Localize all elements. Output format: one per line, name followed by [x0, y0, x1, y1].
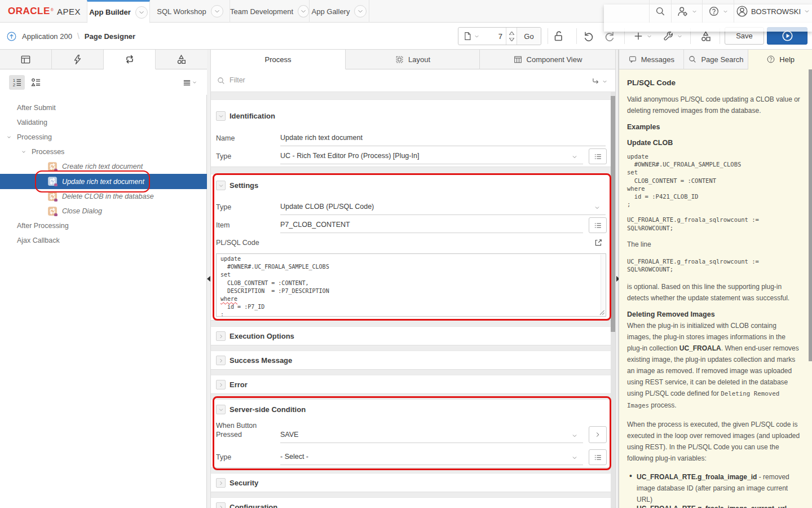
identification-type-select[interactable]: UC - Rich Text Editor Pro (Process) [Plu…	[280, 149, 583, 164]
center-scrollbar[interactable]	[611, 92, 615, 508]
textarea-scrollbar[interactable]	[601, 255, 605, 316]
tree-node-after-processing[interactable]: After Processing	[0, 218, 207, 233]
help-menu-button[interactable]	[702, 0, 734, 23]
expand-section-button[interactable]	[216, 502, 226, 508]
tree-node-ajax-callback[interactable]: Ajax Callback	[0, 233, 207, 248]
field-label-name: Name	[216, 134, 235, 143]
chevron-right-icon	[218, 504, 224, 508]
code-editor-popout-icon[interactable]	[593, 238, 603, 248]
tree-node-validating[interactable]: Validating	[0, 115, 207, 130]
numbered-list-icon	[11, 77, 23, 88]
oracle-wordmark: ORACLE	[8, 6, 50, 17]
tab-rendering[interactable]	[0, 50, 52, 69]
filter-input[interactable]: Filter	[230, 76, 245, 84]
team-development-menu-button[interactable]	[298, 5, 309, 17]
tab-layout[interactable]: Layout	[346, 50, 480, 69]
center-scrollbar-thumb[interactable]	[611, 96, 615, 332]
order-by-execution-button[interactable]	[9, 75, 25, 90]
undo-icon[interactable]	[582, 29, 595, 43]
page-finder-button[interactable]	[458, 28, 474, 45]
left-splitter[interactable]	[207, 50, 211, 508]
center-tabs: Process Layout Component View	[211, 50, 615, 69]
tab-process[interactable]: Process	[211, 50, 346, 69]
toolbar-separator	[576, 28, 577, 44]
when-button-pressed-select[interactable]: SAVE	[280, 428, 583, 443]
tab-messages[interactable]: Messages	[619, 50, 684, 69]
help-scrollbar[interactable]	[809, 69, 812, 508]
spin-down-icon[interactable]	[509, 38, 514, 41]
tree-node-delete-clob[interactable]: Delete CLOB in the database	[0, 189, 207, 204]
collapse-left-arrow-icon[interactable]	[207, 276, 210, 282]
goto-group-icon[interactable]	[591, 76, 601, 86]
unlock-icon[interactable]	[551, 29, 565, 43]
page-menu-button[interactable]	[474, 28, 482, 45]
chevron-down-icon[interactable]	[602, 78, 608, 85]
go-up-icon[interactable]	[6, 31, 17, 42]
user-menu-button[interactable]: BOSTROWSKI	[734, 0, 812, 23]
condition-type-list-button[interactable]	[589, 449, 607, 465]
item-input[interactable]: P7_CLOB_CONTENT	[280, 218, 583, 233]
tree-node-after-submit[interactable]: After Submit	[0, 100, 207, 115]
collapse-section-button[interactable]	[216, 405, 226, 414]
tab-processing[interactable]	[104, 50, 156, 69]
tree-node-update-rich-text-document[interactable]: Update rich text document	[0, 174, 207, 189]
tree-menu-button[interactable]	[179, 75, 200, 90]
breadcrumb-separator: \	[77, 32, 80, 41]
wbp-value: SAVE	[280, 431, 298, 439]
tab-page-search[interactable]: Page Search	[684, 50, 749, 69]
chevron-right-icon	[594, 431, 602, 439]
utilities-wrench-icon[interactable]	[662, 30, 674, 42]
go-button[interactable]: Go	[517, 28, 541, 45]
spotlight-search-button[interactable]	[649, 0, 671, 23]
expand-section-button[interactable]	[216, 356, 226, 365]
condition-type-select[interactable]: - Select -	[280, 450, 583, 465]
field-label-type: Type	[216, 152, 231, 161]
tab-team-development[interactable]: Team Development	[230, 0, 310, 23]
expand-section-button[interactable]	[216, 478, 226, 488]
tab-app-gallery[interactable]: App Gallery	[310, 0, 369, 23]
help-paragraph: is optional. Based on this line the supp…	[627, 281, 805, 304]
breadcrumb-application[interactable]: Application 200	[22, 32, 72, 41]
tree-node-processes[interactable]: Processes	[0, 144, 207, 159]
name-input[interactable]: Update rich text document	[280, 131, 606, 146]
tree-node-create-rich-text-document[interactable]: Create rich text document	[0, 159, 207, 174]
tab-dynamic-actions[interactable]	[52, 50, 104, 69]
item-list-button[interactable]	[589, 217, 607, 233]
go-to-button[interactable]	[589, 426, 607, 443]
chevron-down-icon[interactable]	[646, 33, 652, 40]
page-number-input[interactable]: 7	[482, 28, 506, 45]
tree-node-processing[interactable]: Processing	[0, 130, 207, 144]
tab-page-shared-components[interactable]	[156, 50, 207, 69]
tab-component-view[interactable]: Component View	[480, 50, 615, 69]
type-value: Update CLOB (PL/SQL Code)	[280, 203, 374, 211]
page-number-stepper[interactable]	[506, 28, 517, 45]
expand-section-button[interactable]	[216, 380, 226, 389]
collapse-chevron-icon[interactable]	[21, 149, 27, 155]
group-by-type-button[interactable]	[28, 75, 44, 90]
app-gallery-menu-button[interactable]	[354, 5, 367, 17]
chevron-down-icon[interactable]	[677, 33, 683, 40]
code-line: CLOB_CONTENT = :CONTENT,	[217, 279, 601, 287]
tab-sql-workshop[interactable]: SQL Workshop	[151, 0, 230, 23]
collapse-section-button[interactable]	[216, 181, 226, 190]
tree-node-close-dialog[interactable]: Close Dialog	[0, 204, 207, 218]
help-scrollbar-thumb[interactable]	[809, 69, 812, 361]
type-list-button[interactable]	[589, 148, 607, 164]
settings-type-select[interactable]: Update CLOB (PL/SQL Code)	[280, 200, 606, 215]
expand-section-button[interactable]	[216, 331, 226, 341]
collapse-chevron-icon[interactable]	[6, 134, 12, 140]
create-plus-icon[interactable]	[633, 30, 644, 42]
administration-menu-button[interactable]	[671, 0, 702, 23]
app-builder-menu-button[interactable]	[135, 6, 148, 19]
sql-workshop-menu-button[interactable]	[211, 5, 223, 17]
shared-components-icon[interactable]	[699, 30, 712, 43]
chevron-down-icon	[218, 182, 224, 189]
collapse-section-button[interactable]	[216, 111, 226, 121]
resize-grip-icon[interactable]	[598, 309, 606, 316]
plsql-code-textarea[interactable]: update #OWNER#.UC_FROALA_SAMPLE_CLOBS se…	[216, 253, 606, 317]
tab-app-builder[interactable]: App Builder	[87, 0, 150, 23]
tab-help[interactable]: Help	[748, 50, 812, 69]
help-code-block: UC_FROALA_RTE.g_froala_sqlrowcount := SQ…	[627, 257, 805, 273]
spin-up-icon[interactable]	[509, 32, 514, 35]
type-value: UC - Rich Text Editor Pro (Process) [Plu…	[280, 152, 419, 160]
